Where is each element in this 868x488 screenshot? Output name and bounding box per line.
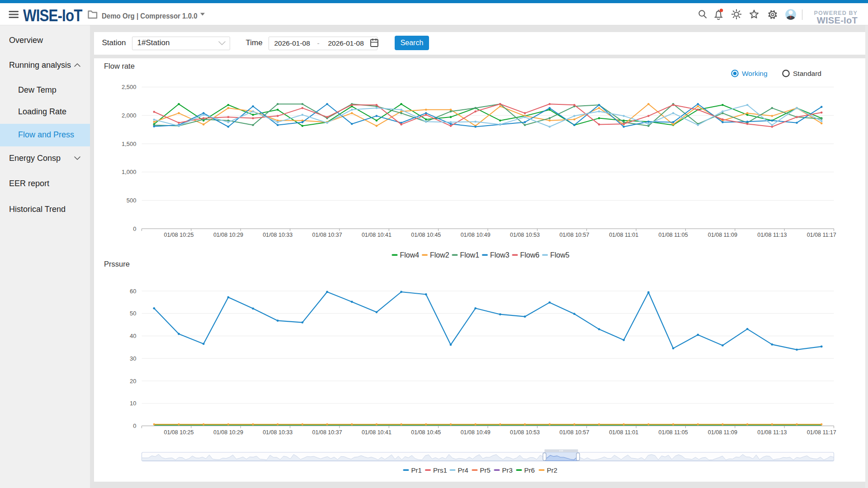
- svg-text:01/08 10:49: 01/08 10:49: [460, 232, 490, 238]
- svg-text:Pr5: Pr5: [480, 466, 490, 474]
- svg-text:01/08 11:09: 01/08 11:09: [708, 429, 737, 436]
- svg-text:Flow3: Flow3: [490, 251, 509, 259]
- svg-text:2,000: 2,000: [121, 112, 136, 119]
- svg-text:Pr4: Pr4: [458, 466, 468, 474]
- svg-text:20: 20: [130, 378, 136, 385]
- svg-text:01/08 11:17: 01/08 11:17: [807, 232, 836, 238]
- svg-text:01/08 10:37: 01/08 10:37: [312, 429, 342, 436]
- svg-text:1,500: 1,500: [121, 141, 136, 147]
- svg-text:Pr2: Pr2: [547, 466, 557, 474]
- svg-text:Flow6: Flow6: [520, 251, 539, 259]
- svg-text:Standard: Standard: [793, 70, 821, 77]
- svg-text:01/08 10:57: 01/08 10:57: [559, 232, 589, 238]
- svg-text:0: 0: [133, 225, 136, 232]
- svg-text:60: 60: [130, 288, 136, 295]
- svg-text:Prs1: Prs1: [433, 466, 447, 474]
- svg-text:01/08 10:45: 01/08 10:45: [411, 429, 441, 436]
- svg-text:10: 10: [130, 400, 136, 407]
- svg-text:Pr3: Pr3: [502, 466, 512, 474]
- svg-text:30: 30: [130, 355, 136, 362]
- svg-text:Prssure: Prssure: [104, 260, 130, 268]
- svg-text:Flow rate: Flow rate: [104, 62, 135, 70]
- svg-text:Pr1: Pr1: [411, 466, 421, 474]
- svg-text:01/08 11:09: 01/08 11:09: [708, 232, 737, 238]
- svg-text:01/08 10:53: 01/08 10:53: [509, 429, 539, 436]
- svg-text:01/08 10:29: 01/08 10:29: [213, 232, 243, 238]
- svg-text:01/08 10:33: 01/08 10:33: [263, 429, 292, 436]
- svg-text:01/08 10:57: 01/08 10:57: [559, 429, 589, 436]
- svg-text:Flow2: Flow2: [430, 251, 449, 259]
- svg-text:Working: Working: [742, 70, 768, 77]
- svg-text:01/08 11:05: 01/08 11:05: [658, 429, 688, 436]
- svg-text:1,000: 1,000: [121, 169, 136, 175]
- svg-text:Flow5: Flow5: [550, 251, 570, 259]
- svg-text:40: 40: [130, 333, 136, 339]
- svg-text:0: 0: [133, 422, 136, 429]
- svg-text:50: 50: [130, 310, 136, 317]
- svg-text:Flow4: Flow4: [400, 251, 419, 259]
- svg-text:01/08 10:37: 01/08 10:37: [312, 232, 342, 238]
- svg-text:01/08 11:13: 01/08 11:13: [757, 232, 787, 238]
- svg-text:01/08 10:49: 01/08 10:49: [460, 429, 490, 436]
- svg-text:2,500: 2,500: [121, 84, 136, 90]
- svg-text:01/08 11:01: 01/08 11:01: [609, 429, 638, 436]
- svg-text:500: 500: [126, 197, 136, 204]
- svg-text:01/08 10:41: 01/08 10:41: [361, 429, 391, 436]
- svg-text:01/08 10:33: 01/08 10:33: [263, 232, 292, 238]
- svg-text:01/08 10:25: 01/08 10:25: [164, 429, 193, 436]
- svg-text:01/08 10:25: 01/08 10:25: [164, 232, 193, 238]
- svg-text:01/08 11:13: 01/08 11:13: [757, 429, 787, 436]
- svg-text:Pr6: Pr6: [524, 466, 534, 474]
- svg-text:01/08 11:05: 01/08 11:05: [658, 232, 688, 238]
- svg-text:01/08 11:01: 01/08 11:01: [609, 232, 638, 238]
- svg-text:01/08 11:17: 01/08 11:17: [807, 429, 836, 436]
- svg-text:Flow1: Flow1: [460, 251, 479, 259]
- svg-text:01/08 10:29: 01/08 10:29: [213, 429, 243, 436]
- svg-text:01/08 10:45: 01/08 10:45: [411, 232, 441, 238]
- svg-text:01/08 10:41: 01/08 10:41: [361, 232, 391, 238]
- svg-text:01/08 10:53: 01/08 10:53: [509, 232, 539, 238]
